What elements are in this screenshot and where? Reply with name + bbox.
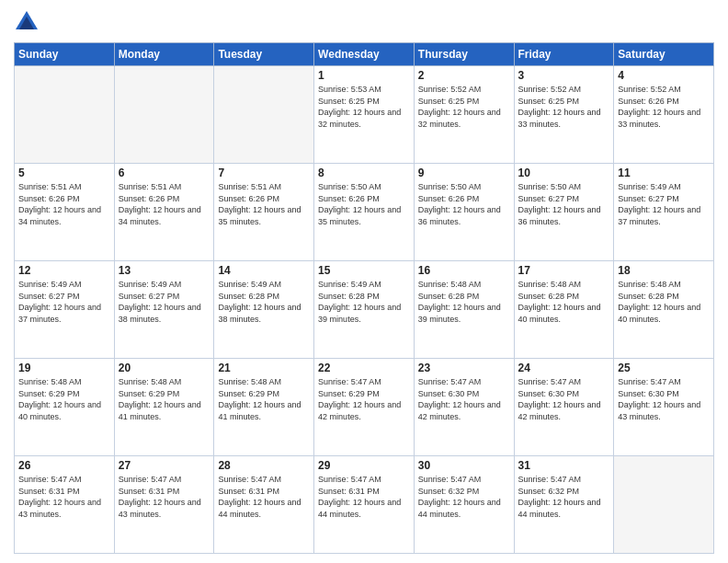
calendar-cell: 21Sunrise: 5:48 AM Sunset: 6:29 PM Dayli… (214, 359, 314, 456)
calendar-cell: 28Sunrise: 5:47 AM Sunset: 6:31 PM Dayli… (214, 456, 314, 554)
day-info: Sunrise: 5:47 AM Sunset: 6:31 PM Dayligh… (318, 474, 410, 520)
day-number: 17 (518, 264, 610, 277)
day-number: 24 (518, 362, 610, 374)
day-info: Sunrise: 5:53 AM Sunset: 6:25 PM Dayligh… (318, 84, 410, 130)
logo-icon (14, 9, 40, 35)
day-info: Sunrise: 5:52 AM Sunset: 6:25 PM Dayligh… (518, 84, 610, 130)
day-info: Sunrise: 5:47 AM Sunset: 6:30 PM Dayligh… (418, 376, 510, 422)
calendar-week-row: 1Sunrise: 5:53 AM Sunset: 6:25 PM Daylig… (15, 66, 714, 164)
day-info: Sunrise: 5:49 AM Sunset: 6:27 PM Dayligh… (18, 279, 110, 325)
page: SundayMondayTuesdayWednesdayThursdayFrid… (0, 0, 728, 563)
calendar-cell: 22Sunrise: 5:47 AM Sunset: 6:29 PM Dayli… (314, 359, 415, 456)
day-info: Sunrise: 5:48 AM Sunset: 6:29 PM Dayligh… (218, 376, 310, 422)
calendar-cell (214, 66, 314, 164)
day-info: Sunrise: 5:47 AM Sunset: 6:31 PM Dayligh… (18, 474, 110, 520)
calendar-cell: 8Sunrise: 5:50 AM Sunset: 6:26 PM Daylig… (314, 164, 415, 261)
calendar-cell: 19Sunrise: 5:48 AM Sunset: 6:29 PM Dayli… (15, 359, 115, 456)
weekday-row: SundayMondayTuesdayWednesdayThursdayFrid… (15, 43, 714, 66)
day-info: Sunrise: 5:48 AM Sunset: 6:28 PM Dayligh… (418, 279, 510, 325)
calendar-cell: 12Sunrise: 5:49 AM Sunset: 6:27 PM Dayli… (15, 261, 115, 359)
day-info: Sunrise: 5:47 AM Sunset: 6:30 PM Dayligh… (618, 376, 710, 422)
day-info: Sunrise: 5:47 AM Sunset: 6:31 PM Dayligh… (218, 474, 310, 520)
day-number: 18 (618, 264, 710, 277)
calendar-cell: 4Sunrise: 5:52 AM Sunset: 6:26 PM Daylig… (614, 66, 714, 164)
day-number: 27 (119, 459, 210, 472)
day-number: 30 (418, 459, 510, 472)
calendar-cell: 15Sunrise: 5:49 AM Sunset: 6:28 PM Dayli… (314, 261, 415, 359)
calendar-cell (114, 66, 214, 164)
day-number: 6 (119, 167, 210, 179)
day-info: Sunrise: 5:47 AM Sunset: 6:30 PM Dayligh… (518, 376, 610, 422)
calendar-cell: 5Sunrise: 5:51 AM Sunset: 6:26 PM Daylig… (15, 164, 115, 261)
calendar-cell: 17Sunrise: 5:48 AM Sunset: 6:28 PM Dayli… (514, 261, 614, 359)
day-info: Sunrise: 5:52 AM Sunset: 6:25 PM Dayligh… (418, 84, 510, 130)
day-number: 8 (318, 167, 410, 179)
day-number: 19 (18, 362, 110, 374)
calendar-cell: 10Sunrise: 5:50 AM Sunset: 6:27 PM Dayli… (514, 164, 614, 261)
day-info: Sunrise: 5:50 AM Sunset: 6:26 PM Dayligh… (318, 181, 410, 227)
day-number: 29 (318, 459, 410, 472)
calendar-cell: 29Sunrise: 5:47 AM Sunset: 6:31 PM Dayli… (314, 456, 415, 554)
weekday-header: Saturday (614, 43, 714, 66)
day-number: 1 (318, 69, 410, 82)
weekday-header: Wednesday (314, 43, 415, 66)
day-number: 22 (318, 362, 410, 374)
calendar-week-row: 12Sunrise: 5:49 AM Sunset: 6:27 PM Dayli… (15, 261, 714, 359)
day-info: Sunrise: 5:48 AM Sunset: 6:28 PM Dayligh… (518, 279, 610, 325)
day-number: 4 (618, 69, 710, 82)
day-number: 28 (218, 459, 310, 472)
calendar-header: SundayMondayTuesdayWednesdayThursdayFrid… (15, 43, 714, 66)
weekday-header: Sunday (15, 43, 115, 66)
calendar-cell: 27Sunrise: 5:47 AM Sunset: 6:31 PM Dayli… (114, 456, 214, 554)
calendar-cell: 13Sunrise: 5:49 AM Sunset: 6:27 PM Dayli… (114, 261, 214, 359)
day-number: 15 (318, 264, 410, 277)
day-info: Sunrise: 5:51 AM Sunset: 6:26 PM Dayligh… (218, 181, 310, 227)
day-number: 25 (618, 362, 710, 374)
day-number: 21 (218, 362, 310, 374)
calendar-cell: 1Sunrise: 5:53 AM Sunset: 6:25 PM Daylig… (314, 66, 415, 164)
day-number: 14 (218, 264, 310, 277)
day-number: 23 (418, 362, 510, 374)
calendar-cell: 11Sunrise: 5:49 AM Sunset: 6:27 PM Dayli… (614, 164, 714, 261)
calendar-cell: 24Sunrise: 5:47 AM Sunset: 6:30 PM Dayli… (514, 359, 614, 456)
day-info: Sunrise: 5:49 AM Sunset: 6:28 PM Dayligh… (218, 279, 310, 325)
day-info: Sunrise: 5:47 AM Sunset: 6:31 PM Dayligh… (119, 474, 210, 520)
calendar-week-row: 19Sunrise: 5:48 AM Sunset: 6:29 PM Dayli… (15, 359, 714, 456)
logo (14, 9, 43, 35)
day-info: Sunrise: 5:48 AM Sunset: 6:28 PM Dayligh… (618, 279, 710, 325)
day-number: 5 (18, 167, 110, 179)
calendar-cell (15, 66, 115, 164)
calendar-cell: 3Sunrise: 5:52 AM Sunset: 6:25 PM Daylig… (514, 66, 614, 164)
calendar-cell: 25Sunrise: 5:47 AM Sunset: 6:30 PM Dayli… (614, 359, 714, 456)
calendar-cell: 18Sunrise: 5:48 AM Sunset: 6:28 PM Dayli… (614, 261, 714, 359)
calendar-cell: 23Sunrise: 5:47 AM Sunset: 6:30 PM Dayli… (414, 359, 514, 456)
calendar-cell: 2Sunrise: 5:52 AM Sunset: 6:25 PM Daylig… (414, 66, 514, 164)
day-info: Sunrise: 5:49 AM Sunset: 6:27 PM Dayligh… (618, 181, 710, 227)
day-number: 26 (18, 459, 110, 472)
day-number: 16 (418, 264, 510, 277)
calendar-cell: 26Sunrise: 5:47 AM Sunset: 6:31 PM Dayli… (15, 456, 115, 554)
calendar-cell: 30Sunrise: 5:47 AM Sunset: 6:32 PM Dayli… (414, 456, 514, 554)
day-number: 31 (518, 459, 610, 472)
calendar-cell: 9Sunrise: 5:50 AM Sunset: 6:26 PM Daylig… (414, 164, 514, 261)
day-info: Sunrise: 5:48 AM Sunset: 6:29 PM Dayligh… (18, 376, 110, 422)
calendar-table: SundayMondayTuesdayWednesdayThursdayFrid… (14, 42, 714, 554)
calendar-cell: 16Sunrise: 5:48 AM Sunset: 6:28 PM Dayli… (414, 261, 514, 359)
day-number: 7 (218, 167, 310, 179)
day-number: 11 (618, 167, 710, 179)
header (14, 9, 714, 35)
day-info: Sunrise: 5:49 AM Sunset: 6:27 PM Dayligh… (119, 279, 210, 325)
calendar-cell: 31Sunrise: 5:47 AM Sunset: 6:32 PM Dayli… (514, 456, 614, 554)
weekday-header: Tuesday (214, 43, 314, 66)
day-info: Sunrise: 5:52 AM Sunset: 6:26 PM Dayligh… (618, 84, 710, 130)
day-info: Sunrise: 5:49 AM Sunset: 6:28 PM Dayligh… (318, 279, 410, 325)
weekday-header: Monday (114, 43, 214, 66)
calendar-body: 1Sunrise: 5:53 AM Sunset: 6:25 PM Daylig… (15, 66, 714, 554)
calendar-week-row: 26Sunrise: 5:47 AM Sunset: 6:31 PM Dayli… (15, 456, 714, 554)
day-info: Sunrise: 5:50 AM Sunset: 6:27 PM Dayligh… (518, 181, 610, 227)
day-info: Sunrise: 5:51 AM Sunset: 6:26 PM Dayligh… (18, 181, 110, 227)
calendar-cell: 7Sunrise: 5:51 AM Sunset: 6:26 PM Daylig… (214, 164, 314, 261)
weekday-header: Friday (514, 43, 614, 66)
day-info: Sunrise: 5:51 AM Sunset: 6:26 PM Dayligh… (119, 181, 210, 227)
day-number: 9 (418, 167, 510, 179)
